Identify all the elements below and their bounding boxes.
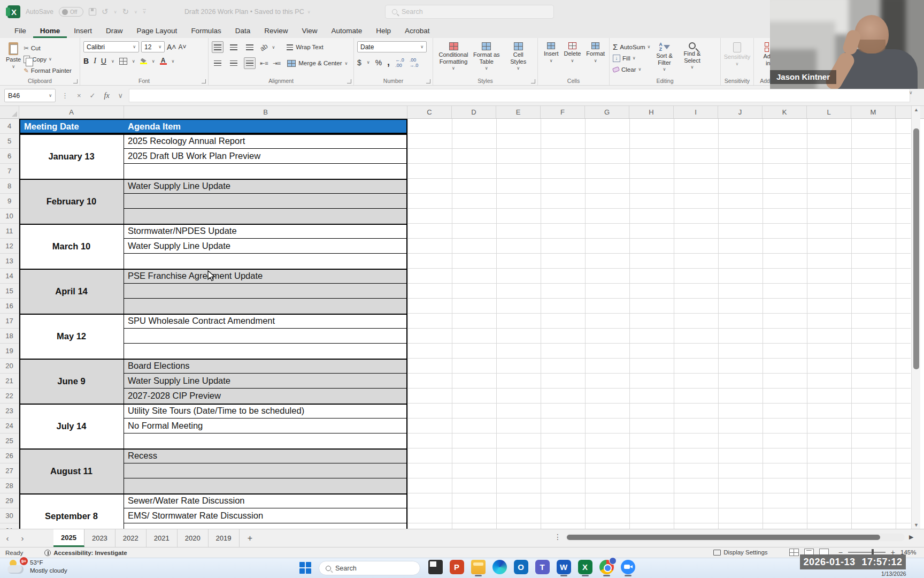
align-left-button[interactable] [212, 57, 224, 69]
teams-button[interactable]: T [535, 560, 550, 576]
agenda-cell[interactable]: No Formal Meeting [124, 419, 407, 434]
row-header[interactable]: 10 [0, 209, 19, 224]
comma-style-button[interactable]: , [387, 57, 390, 68]
agenda-cell[interactable]: Stormwater/NPDES Update [124, 224, 407, 239]
row-header[interactable]: 9 [0, 194, 19, 209]
format-as-table-button[interactable]: Format as Table ∨ [471, 41, 503, 77]
taskbar-search-box[interactable]: Search [319, 561, 420, 575]
format-painter-button[interactable]: ✎Format Painter [24, 65, 72, 76]
row-header[interactable]: 11 [0, 224, 19, 239]
meeting-date-cell[interactable]: September 8 [19, 493, 124, 529]
accounting-format-button[interactable]: $ [357, 58, 361, 67]
sheet-next-icon[interactable]: › [15, 529, 30, 547]
agenda-cell[interactable] [124, 329, 407, 344]
tab-draw[interactable]: Draw [99, 25, 130, 38]
vertical-scrollbar-thumb[interactable] [913, 128, 919, 369]
agenda-cell[interactable]: EMS/ Stormwater Rate Discussion [124, 508, 407, 523]
underline-button[interactable]: U [101, 57, 106, 65]
increase-decimal-button[interactable]: ←.0.00 [395, 57, 404, 68]
agenda-cell[interactable]: Water Supply Line Update [124, 179, 407, 194]
autosave-toggle[interactable]: Off [59, 7, 83, 17]
agenda-cell[interactable] [124, 434, 407, 448]
undo-dropdown-icon[interactable]: ∨ [114, 10, 117, 14]
middle-align-button[interactable] [228, 41, 240, 53]
agenda-cell[interactable]: Board Elections [124, 359, 407, 374]
tab-view[interactable]: View [295, 25, 324, 38]
row-header[interactable]: 19 [0, 344, 19, 359]
column-header-d[interactable]: D [452, 106, 496, 118]
save-icon[interactable] [89, 8, 96, 16]
file-explorer-button[interactable] [471, 560, 486, 576]
bold-button[interactable]: B [83, 57, 89, 65]
task-view-button[interactable] [428, 560, 443, 576]
merge-dropdown-icon[interactable]: ∨ [344, 61, 348, 66]
row-header[interactable]: 22 [0, 389, 19, 404]
tab-formulas[interactable]: Formulas [184, 25, 228, 38]
start-button[interactable] [299, 562, 311, 574]
row-header[interactable]: 18 [0, 329, 19, 344]
align-center-button[interactable] [228, 57, 240, 69]
tab-insert[interactable]: Insert [67, 25, 99, 38]
column-header-a[interactable]: A [19, 106, 124, 118]
undo-icon[interactable]: ↺ [102, 7, 109, 17]
borders-dropdown-icon[interactable]: ∨ [132, 59, 135, 64]
sheet-grid[interactable]: 4 5 6 7 8 9 10 11 12 13 14 15 16 17 18 1… [0, 119, 924, 529]
agenda-cell[interactable]: Sewer/Water Rate Discussion [124, 493, 407, 508]
column-header-b[interactable]: B [124, 106, 407, 118]
agenda-cell[interactable] [124, 194, 407, 209]
agenda-cell[interactable] [124, 209, 407, 224]
sheet-tab-2019[interactable]: 2019 [209, 529, 240, 547]
new-sheet-button[interactable]: + [240, 529, 261, 547]
italic-button[interactable]: I [94, 57, 96, 65]
sheet-tab-2022[interactable]: 2022 [116, 529, 147, 547]
decrease-font-size-button[interactable]: A˅ [179, 43, 187, 51]
agenda-cell[interactable]: SPU Wholesale Contract Amendment [124, 314, 407, 329]
row-header[interactable]: 26 [0, 448, 19, 463]
horizontal-scrollbar[interactable] [566, 534, 905, 541]
fill-color-dropdown-icon[interactable]: ∨ [152, 59, 155, 64]
zoom-slider[interactable] [848, 552, 886, 553]
formula-bar-expand-icon[interactable]: ∨ [909, 90, 913, 95]
excel-button[interactable]: X [578, 560, 592, 576]
sensitivity-button[interactable]: Sensitivity ∨ [724, 41, 750, 67]
column-header-l[interactable]: L [807, 106, 851, 118]
insert-cells-button[interactable]: Insert ∨ [541, 41, 561, 77]
clear-button[interactable]: Clear∨ [613, 64, 650, 75]
redo-dropdown-icon[interactable]: ∨ [134, 10, 137, 14]
sheet-tab-2020[interactable]: 2020 [178, 529, 209, 547]
column-header-c[interactable]: C [407, 106, 452, 118]
wrap-text-button[interactable]: Wrap Text [287, 44, 323, 50]
column-header-m[interactable]: M [851, 106, 896, 118]
tab-data[interactable]: Data [228, 25, 258, 38]
tab-page-layout[interactable]: Page Layout [130, 25, 184, 38]
tab-file[interactable]: File [7, 25, 33, 38]
tab-review[interactable]: Review [257, 25, 295, 38]
increase-font-size-button[interactable]: A˄ [167, 43, 176, 51]
delete-cells-button[interactable]: Delete ∨ [561, 41, 584, 77]
scroll-right-icon[interactable]: ▶ [909, 534, 913, 541]
clipboard-dialog-launcher[interactable] [73, 79, 78, 83]
tab-help[interactable]: Help [369, 25, 398, 38]
excel-app-icon[interactable]: X [7, 5, 20, 18]
row-header[interactable]: 25 [0, 434, 19, 448]
row-header[interactable]: 14 [0, 269, 19, 284]
clear-dropdown-icon[interactable]: ∨ [638, 67, 641, 72]
meeting-date-cell[interactable]: April 14 [19, 269, 124, 314]
tab-automate[interactable]: Automate [324, 25, 369, 38]
horizontal-scrollbar-thumb[interactable] [567, 535, 880, 540]
select-all-corner[interactable] [0, 106, 19, 118]
row-header[interactable]: 31 [0, 523, 19, 529]
normal-view-button[interactable] [789, 549, 799, 556]
align-right-button[interactable] [244, 57, 256, 69]
fill-color-button[interactable] [140, 58, 147, 64]
agenda-cell[interactable]: Water Supply Line Update [124, 374, 407, 389]
weather-widget[interactable]: 9+ 53°F Mostly cloudy [7, 559, 67, 575]
row-header[interactable]: 5 [0, 134, 19, 149]
number-format-select[interactable]: Date∨ [357, 41, 427, 52]
agenda-cell[interactable] [124, 284, 407, 299]
copy-dropdown-icon[interactable]: ∨ [49, 57, 52, 62]
agenda-cell[interactable] [124, 463, 407, 478]
decrease-decimal-button[interactable]: .00→.0 [410, 57, 419, 68]
bottom-align-button[interactable] [244, 41, 256, 53]
column-header-e[interactable]: E [496, 106, 541, 118]
